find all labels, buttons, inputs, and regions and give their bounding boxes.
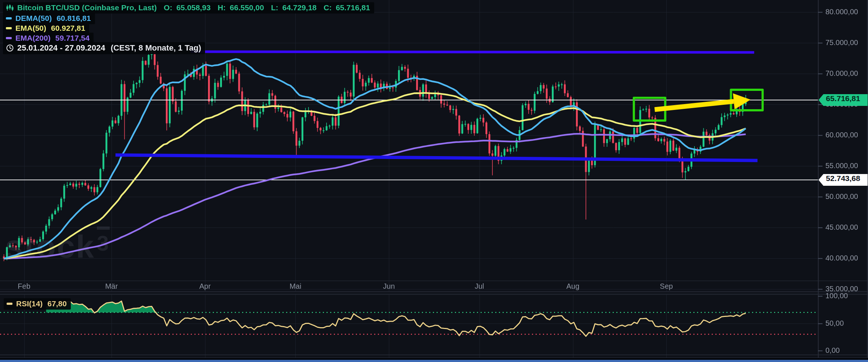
high-value: 66.550,00 [230, 3, 264, 12]
month-label: Mai [281, 282, 310, 291]
month-label: Mär [97, 282, 126, 291]
month-label: Apr [190, 282, 220, 291]
price-tick-label: 60.000,00 [825, 131, 858, 139]
dema-label: DEMA(50) [15, 14, 52, 23]
last-price-tag: 65.716,81 [818, 94, 868, 106]
price-tick-label: 70.000,00 [825, 69, 858, 78]
month-label: Jul [465, 282, 494, 291]
dema-value: 60.816,81 [56, 14, 91, 23]
symbol-legend[interactable]: Bitcoin BTC/USD (Coinbase Pro, Last) O: … [3, 2, 374, 14]
high-label: H: [218, 3, 226, 12]
rsi-tick-label: 50,00 [825, 319, 844, 328]
date-range-pill[interactable]: 25.01.2024 - 27.09.2024 (CEST, 8 Monate,… [3, 42, 205, 54]
chart-canvas[interactable] [0, 0, 868, 362]
clock-icon [6, 44, 14, 52]
ema200-label: EMA(200) [15, 34, 51, 43]
price-tick-label: 45.000,00 [825, 223, 858, 232]
dema-swatch-icon [6, 17, 12, 19]
open-label: O: [164, 3, 172, 12]
rsi-value: 67,80 [47, 299, 67, 308]
rsi-tick-label: 100,00 [825, 292, 848, 300]
price-tick-label: 75.000,00 [825, 38, 858, 47]
price-tick-label: 80.000,00 [825, 8, 858, 16]
price-tick-label: 55.000,00 [825, 162, 858, 170]
rsi-label: RSI(14) [16, 299, 43, 308]
low-label: L: [271, 3, 278, 12]
rsi-swatch-icon [7, 303, 12, 305]
level-tag: 52.743,68 [818, 174, 868, 186]
candlestick-icon [6, 4, 14, 12]
month-label: Aug [558, 282, 588, 291]
rsi-tick-label: 0,00 [825, 346, 840, 355]
stock3-watermark: stock3 [5, 228, 110, 265]
close-label: C: [324, 3, 332, 12]
ema200-swatch-icon [6, 37, 12, 39]
open-value: 65.058,93 [176, 3, 211, 12]
ema50-label: EMA(50) [15, 24, 46, 33]
date-range-detail: (CEST, 8 Monate, 1 Tag) [111, 43, 201, 53]
month-label: Feb [10, 282, 39, 291]
low-value: 64.729,18 [282, 3, 317, 12]
month-label: Jun [374, 282, 404, 291]
ema50-swatch-icon [6, 27, 12, 29]
close-value: 65.716,81 [336, 3, 370, 12]
legend-rsi[interactable]: RSI(14) 67,80 [4, 298, 71, 310]
date-range-text: 25.01.2024 - 27.09.2024 [17, 43, 105, 53]
ema50-value: 60.927,81 [51, 24, 85, 33]
price-tick-label: 40.000,00 [825, 254, 858, 262]
trading-chart-app: stock3 Bitcoin BTC/USD (Coinbase Pro, La… [0, 0, 868, 362]
month-label: Sep [652, 282, 681, 291]
ema200-value: 59.717,54 [55, 34, 90, 43]
price-tick-label: 50.000,00 [825, 192, 858, 201]
symbol-title: Bitcoin BTC/USD (Coinbase Pro, Last) [17, 3, 157, 12]
watermark-sup3: 3 [97, 226, 110, 255]
